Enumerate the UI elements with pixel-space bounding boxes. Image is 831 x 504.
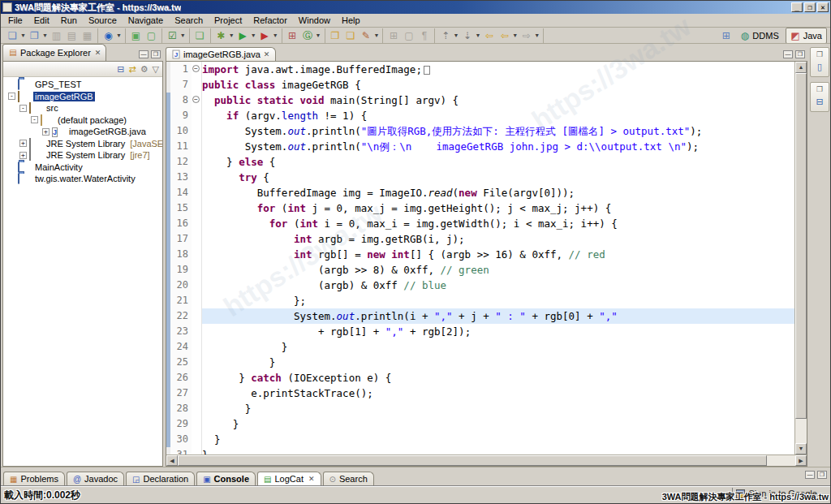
code-text[interactable]: } <box>202 401 794 416</box>
restore-button[interactable]: ❐ <box>804 2 816 12</box>
menu-file[interactable]: File <box>2 15 28 26</box>
debug-button[interactable]: ✱▼ <box>213 29 235 42</box>
code-line-10[interactable]: 10 System.out.println("圖片取得RGB,使用方法如下: 主… <box>166 123 794 139</box>
dropdown-arrow-icon[interactable]: ▼ <box>453 32 459 38</box>
menu-window[interactable]: Window <box>293 15 336 26</box>
collapse-icon[interactable]: - <box>31 116 38 123</box>
tree-item-jre-system-library[interactable]: +JRE System Library[jre7] <box>3 149 162 162</box>
code-text[interactable]: } <box>202 416 794 432</box>
code-text[interactable]: for (int i = 0, max_i = img.getWidth(); … <box>202 216 794 231</box>
minimized-outline-view[interactable]: ❐ ▯ <box>810 47 829 77</box>
run-button[interactable]: ▶▼ <box>235 29 257 42</box>
horizontal-scroll-thumb[interactable] <box>178 455 767 466</box>
tab-declaration[interactable]: ◲Declaration <box>126 472 195 486</box>
package-explorer-tab[interactable]: ▤ Package Explorer ✕ <box>2 44 106 61</box>
code-text[interactable]: e.printStackTrace(); <box>202 386 794 401</box>
new-wizard-button[interactable]: ❏▼ <box>5 29 27 42</box>
tab-console[interactable]: ▣Console <box>196 472 256 486</box>
code-line-19[interactable]: 19 (argb >> 8) & 0xff, // green <box>166 262 794 278</box>
gwt-compile-button[interactable]: Ⓖ▼ <box>300 29 322 42</box>
menu-source[interactable]: Source <box>83 15 123 26</box>
code-text[interactable]: } <box>202 339 794 355</box>
back-button[interactable]: ⇦▼ <box>497 29 519 42</box>
scroll-right-icon[interactable]: ▶ <box>795 455 807 466</box>
tree-item-default-package[interactable]: -(default package) <box>3 114 162 127</box>
dropdown-arrow-icon[interactable]: ▼ <box>42 32 48 38</box>
tree-item-gps-test[interactable]: GPS_TEST <box>3 79 162 91</box>
code-line-25[interactable]: 25 } <box>166 355 794 370</box>
restore-view-icon[interactable]: ❐ <box>816 85 823 93</box>
scroll-up-icon[interactable]: ▲ <box>795 62 807 73</box>
restore-view-icon[interactable]: ❐ <box>816 50 823 58</box>
vertical-scrollbar[interactable]: ▲ ▼ <box>794 62 807 454</box>
code-text[interactable]: public static void main(String[] argv) { <box>202 93 794 108</box>
dropdown-arrow-icon[interactable]: ▼ <box>229 32 235 38</box>
run-last-tool-button[interactable]: ☑▼ <box>165 29 187 42</box>
vertical-scroll-thumb[interactable] <box>795 73 807 419</box>
code-line-8[interactable]: 8− public static void main(String[] argv… <box>166 93 794 108</box>
link-with-editor-icon[interactable]: ⇄ <box>128 64 136 75</box>
editor-tab[interactable]: J imageGetRGB.java ✕ <box>166 47 276 61</box>
minimize-button[interactable]: _ <box>791 2 803 12</box>
code-text[interactable]: (argb >> 8) & 0xff, // green <box>202 262 794 278</box>
code-text[interactable]: } <box>202 432 794 447</box>
code-line-24[interactable]: 24 } <box>166 339 794 355</box>
code-text[interactable]: try { <box>202 170 794 185</box>
code-text[interactable]: System.out.println("\n例：\n imageGetRGB j… <box>202 139 794 154</box>
code-line-26[interactable]: 26 } catch (IOException e) { <box>166 370 794 386</box>
menu-help[interactable]: Help <box>336 15 366 26</box>
minimize-editor-button[interactable]: — <box>783 50 793 58</box>
code-text[interactable]: import java.awt.image.BufferedImage; <box>202 62 794 77</box>
code-line-11[interactable]: 11 System.out.println("\n例：\n imageGetRG… <box>166 139 794 154</box>
open-type-button[interactable]: ❐ <box>328 29 343 42</box>
code-text[interactable]: System.out.println("圖片取得RGB,使用方法如下: 主程行程… <box>202 123 794 139</box>
android-virtual-device-manager-button[interactable]: ▢ <box>144 29 159 42</box>
close-button[interactable]: ✕ <box>817 2 829 12</box>
code-text[interactable]: BufferedImage img = ImageIO.read(new Fil… <box>202 185 794 200</box>
code-line-29[interactable]: 29 } <box>166 416 794 432</box>
code-line-18[interactable]: 18 int rgb[] = new int[] { (argb >> 16) … <box>166 247 794 262</box>
maximize-view-button[interactable]: ❐ <box>151 50 161 58</box>
menu-project[interactable]: Project <box>209 15 248 26</box>
dropdown-arrow-icon[interactable]: ▼ <box>116 32 122 38</box>
outline-view-icon[interactable]: ▯ <box>817 62 822 72</box>
previous-annotation-button[interactable]: ⇡▼ <box>437 29 459 42</box>
code-line-22[interactable]: 22 System.out.println(i + "," + j + " : … <box>166 308 794 324</box>
folded-region-icon[interactable] <box>424 66 430 75</box>
next-annotation-button[interactable]: ⇣▼ <box>459 29 481 42</box>
tasklist-view-icon[interactable]: ⊟ <box>816 97 823 107</box>
code-line-12[interactable]: 12 } else { <box>166 154 794 170</box>
dropdown-arrow-icon[interactable]: ▼ <box>512 32 518 38</box>
fold-collapse-icon[interactable]: − <box>192 65 200 72</box>
code-area[interactable]: 1−import java.awt.image.BufferedImage;7p… <box>166 62 794 454</box>
menu-search[interactable]: Search <box>169 15 209 26</box>
code-line-1[interactable]: 1−import java.awt.image.BufferedImage; <box>166 62 794 77</box>
dropdown-arrow-icon[interactable]: ▼ <box>316 32 321 38</box>
code-line-7[interactable]: 7public class imageGetRGB { <box>166 77 794 93</box>
code-text[interactable]: int argb = img.getRGB(i, j); <box>202 231 794 247</box>
collapse-all-icon[interactable]: ⊟ <box>117 64 124 75</box>
filters-icon[interactable]: ⚙ <box>140 64 149 75</box>
code-text[interactable]: public class imageGetRGB { <box>202 77 794 93</box>
code-line-17[interactable]: 17 int argb = img.getRGB(i, j); <box>166 231 794 247</box>
forward-button[interactable]: ⇨▼ <box>519 29 540 42</box>
dropdown-arrow-icon[interactable]: ▼ <box>180 32 186 38</box>
code-line-30[interactable]: 30 } <box>166 432 794 447</box>
code-line-9[interactable]: 9 if (argv.length != 1) { <box>166 108 794 123</box>
code-line-23[interactable]: 23 + rgb[1] + "," + rgb[2]); <box>166 324 794 339</box>
code-line-16[interactable]: 16 for (int i = 0, max_i = img.getWidth(… <box>166 216 794 231</box>
expand-icon[interactable]: + <box>19 140 27 147</box>
minimize-bottom-panel-button[interactable]: — <box>805 471 815 479</box>
view-menu-icon[interactable]: ▽ <box>153 64 159 75</box>
new-java-project-button[interactable]: ❐▼ <box>27 29 49 42</box>
collapse-icon[interactable]: - <box>19 105 27 112</box>
tab-javadoc[interactable]: @Javadoc <box>67 472 124 486</box>
code-text[interactable]: } else { <box>202 154 794 170</box>
new-android-project-button[interactable]: ❏ <box>192 29 208 42</box>
code-line-20[interactable]: 20 (argb) & 0xff // blue <box>166 278 794 293</box>
tree-item-imagegetrgb-java[interactable]: +JimageGetRGB.java <box>3 126 162 138</box>
dropdown-arrow-icon[interactable]: ▼ <box>475 32 480 38</box>
minimized-tasklist-view[interactable]: ❐ ⊟ <box>810 82 829 112</box>
tab-logcat[interactable]: ▤LogCat✕ <box>257 472 321 486</box>
code-text[interactable]: } <box>202 447 794 454</box>
